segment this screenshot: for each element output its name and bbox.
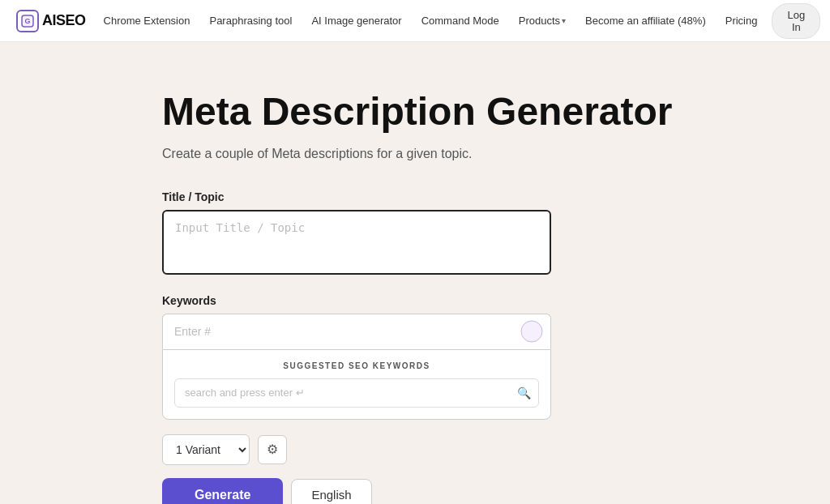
keywords-label: Keywords	[162, 294, 551, 307]
keywords-robot-icon: 🤖	[520, 320, 543, 343]
keywords-input[interactable]	[162, 314, 551, 349]
generate-button[interactable]: Generate	[162, 478, 283, 504]
nav-pricing[interactable]: Pricing	[717, 10, 766, 32]
nav-command-mode[interactable]: Command Mode	[413, 10, 507, 32]
generate-row: Generate English	[162, 478, 551, 504]
bottom-row: 1 Variant 2 Variants 3 Variants ⚙	[162, 434, 551, 465]
language-button[interactable]: English	[291, 479, 371, 504]
svg-point-2	[521, 321, 542, 342]
keywords-wrapper: 🤖	[162, 314, 551, 349]
suggested-search-input[interactable]	[174, 378, 539, 408]
logo[interactable]: G AISEO	[16, 10, 86, 32]
main-content: Meta Description Generator Create a coup…	[0, 42, 729, 504]
chevron-down-icon: ▾	[562, 16, 566, 25]
search-icon: 🔍	[517, 387, 531, 399]
svg-text:G: G	[24, 17, 30, 25]
search-icon-button[interactable]: 🔍	[517, 387, 531, 399]
page-subtitle: Create a couple of Meta descriptions for…	[162, 147, 729, 161]
nav-ai-image-generator[interactable]: AI Image generator	[303, 10, 409, 32]
logo-text: AISEO	[42, 12, 86, 29]
variant-select[interactable]: 1 Variant 2 Variants 3 Variants	[162, 434, 250, 465]
suggested-search-wrapper: 🔍	[174, 378, 539, 408]
nav-chrome-extension[interactable]: Chrome Extension	[96, 10, 199, 32]
suggested-title: SUGGESTED SEO KEYWORDS	[174, 361, 539, 370]
login-button[interactable]: Log In	[772, 3, 820, 39]
navbar: G AISEO Chrome Extension Paraphrasing to…	[0, 0, 830, 42]
suggested-keywords-box: SUGGESTED SEO KEYWORDS 🔍	[162, 349, 551, 420]
gear-icon: ⚙	[267, 442, 278, 457]
settings-button[interactable]: ⚙	[258, 435, 287, 464]
logo-icon: G	[16, 10, 39, 32]
page-title: Meta Description Generator	[162, 91, 729, 134]
form-section: Title / Topic Keywords 🤖 SUGGESTED SEO K…	[162, 190, 551, 504]
nav-paraphrasing-tool[interactable]: Paraphrasing tool	[201, 10, 300, 32]
title-label: Title / Topic	[162, 190, 551, 203]
nav-affiliate[interactable]: Become an affiliate (48%)	[577, 10, 714, 32]
nav-products[interactable]: Products ▾	[511, 10, 574, 32]
title-input[interactable]	[162, 210, 551, 275]
